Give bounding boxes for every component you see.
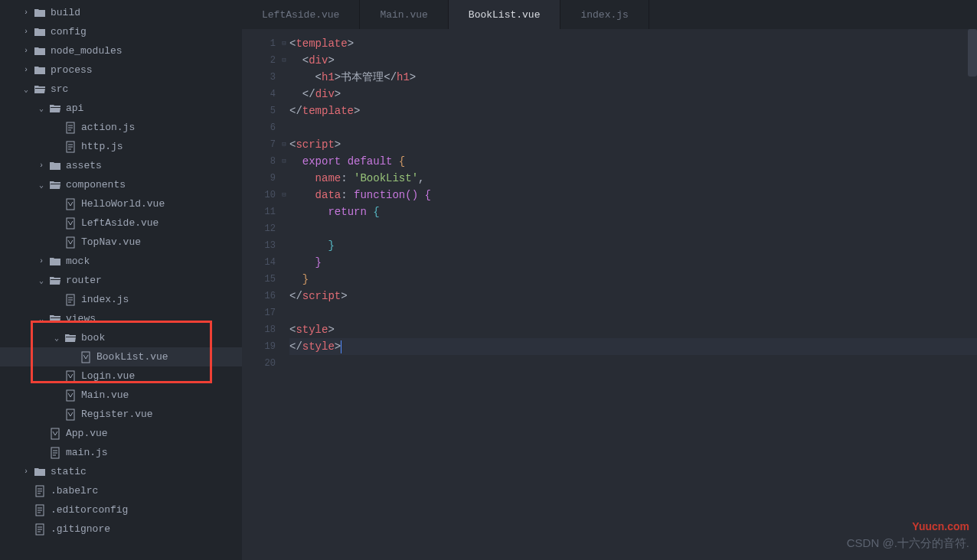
tree-item-book[interactable]: ⌄book xyxy=(0,328,242,347)
code-line[interactable] xyxy=(289,355,977,372)
editor-scrollbar[interactable] xyxy=(968,29,977,77)
code-line[interactable]: export default { xyxy=(289,153,977,170)
code-line[interactable]: </div> xyxy=(289,86,977,103)
tree-item-build[interactable]: ›build xyxy=(0,3,242,22)
tree-item-login-vue[interactable]: Login.vue xyxy=(0,366,242,386)
tree-item-label: src xyxy=(51,83,68,95)
code-line[interactable]: <div> xyxy=(289,52,977,69)
tree-item-index-js[interactable]: index.js xyxy=(0,290,242,309)
tree-item-http-js[interactable]: http.js xyxy=(0,137,242,156)
tree-item-process[interactable]: ›process xyxy=(0,60,242,80)
folder-open-icon xyxy=(49,275,61,287)
file-icon xyxy=(64,294,77,306)
code-line[interactable]: return { xyxy=(289,203,977,220)
tree-item-label: index.js xyxy=(81,294,129,305)
code-line[interactable]: } xyxy=(289,237,977,254)
tree-item-leftaside-vue[interactable]: LeftAside.vue xyxy=(0,213,242,233)
tree-item-config[interactable]: ›config xyxy=(0,22,242,41)
tree-item-node_modules[interactable]: ›node_modules xyxy=(0,41,242,60)
chevron-icon[interactable]: › xyxy=(21,47,31,55)
tab-main-vue[interactable]: Main.vue xyxy=(360,0,448,29)
tab-leftaside-vue[interactable]: LeftAside.vue xyxy=(242,0,360,29)
chevron-icon[interactable]: › xyxy=(21,467,31,476)
file-icon xyxy=(34,523,46,536)
code-line[interactable]: name: 'BookList', xyxy=(289,170,977,187)
tree-item-label: assets xyxy=(66,160,102,171)
code-content[interactable]: <template> <div> <h1>书本管理</h1> </div></t… xyxy=(289,29,977,560)
code-line[interactable] xyxy=(289,119,977,136)
code-line[interactable]: } xyxy=(289,254,977,271)
vue-icon xyxy=(49,428,61,440)
chevron-icon[interactable]: › xyxy=(21,28,31,36)
chevron-icon[interactable]: › xyxy=(37,161,46,170)
chevron-icon[interactable]: ⌄ xyxy=(21,85,31,94)
folder-open-icon xyxy=(49,313,61,325)
tree-item-topnav-vue[interactable]: TopNav.vue xyxy=(0,233,242,252)
tree-item-src[interactable]: ⌄src xyxy=(0,80,242,99)
tree-item-booklist-vue[interactable]: BookList.vue xyxy=(0,347,242,366)
watermark-csdn: CSDN @.十六分的音符. xyxy=(847,536,969,551)
file-icon xyxy=(64,141,77,153)
tree-item--babelrc[interactable]: .babelrc xyxy=(0,481,242,500)
code-line[interactable]: data: function() { xyxy=(289,187,977,203)
code-line[interactable]: <template> xyxy=(289,35,977,52)
tree-item--editorconfig[interactable]: .editorconfig xyxy=(0,500,242,519)
tree-item-api[interactable]: ⌄api xyxy=(0,99,242,118)
code-line[interactable]: </script> xyxy=(289,288,977,304)
vue-icon xyxy=(64,389,77,402)
tree-item-assets[interactable]: ›assets xyxy=(0,156,242,175)
folder-open-icon xyxy=(49,179,61,191)
folder-icon xyxy=(34,45,46,57)
tree-item-label: Login.vue xyxy=(81,370,135,382)
tree-item-label: components xyxy=(66,179,126,190)
tree-item-label: http.js xyxy=(81,141,123,152)
tree-item-label: .gitignore xyxy=(51,523,110,535)
chevron-icon[interactable]: ⌄ xyxy=(37,104,46,113)
tree-item-register-vue[interactable]: Register.vue xyxy=(0,405,242,424)
chevron-icon[interactable]: ⌄ xyxy=(37,276,46,285)
tree-item-views[interactable]: ⌄views xyxy=(0,309,242,328)
code-line[interactable]: } xyxy=(289,271,977,288)
chevron-icon[interactable]: › xyxy=(21,8,31,17)
svg-rect-10 xyxy=(51,428,59,439)
tree-item-app-vue[interactable]: App.vue xyxy=(0,424,242,443)
code-line[interactable] xyxy=(289,304,977,321)
tree-item-label: Main.vue xyxy=(81,389,129,401)
tree-item--gitignore[interactable]: .gitignore xyxy=(0,519,242,539)
tree-item-label: book xyxy=(81,332,105,343)
tree-item-components[interactable]: ⌄components xyxy=(0,175,242,194)
chevron-icon[interactable]: › xyxy=(21,66,31,74)
file-icon xyxy=(49,447,61,459)
tree-item-router[interactable]: ⌄router xyxy=(0,271,242,290)
tree-item-static[interactable]: ›static xyxy=(0,462,242,481)
fold-column[interactable]: ⊟⊟⊟⊟⊟ xyxy=(279,29,289,560)
code-line[interactable]: <script> xyxy=(289,136,977,153)
tree-item-label: main.js xyxy=(66,447,108,458)
tree-item-main-vue[interactable]: Main.vue xyxy=(0,386,242,405)
chevron-icon[interactable]: ⌄ xyxy=(52,334,61,343)
tab-index-js[interactable]: index.js xyxy=(560,0,649,29)
code-editor[interactable]: 1234567891011121314151617181920 ⊟⊟⊟⊟⊟ <t… xyxy=(242,29,977,560)
tree-item-helloworld-vue[interactable]: HelloWorld.vue xyxy=(0,194,242,213)
tab-booklist-vue[interactable]: BookList.vue xyxy=(449,0,561,29)
tree-item-action-js[interactable]: action.js xyxy=(0,118,242,137)
tree-item-mock[interactable]: ›mock xyxy=(0,252,242,271)
code-line[interactable]: <h1>书本管理</h1> xyxy=(289,69,977,86)
vue-icon xyxy=(64,236,77,249)
chevron-icon[interactable]: ⌄ xyxy=(37,181,46,190)
code-line[interactable]: </template> xyxy=(289,103,977,119)
folder-open-icon xyxy=(34,83,46,96)
file-explorer-sidebar[interactable]: ›build›config›node_modules›process⌄src⌄a… xyxy=(0,0,242,560)
folder-icon xyxy=(34,7,46,19)
chevron-icon[interactable]: ⌄ xyxy=(37,314,46,324)
code-line[interactable] xyxy=(289,220,977,237)
vue-icon xyxy=(64,409,77,421)
tree-item-main-js[interactable]: main.js xyxy=(0,443,242,462)
vue-icon xyxy=(64,217,77,230)
editor-area: LeftAside.vueMain.vueBookList.vueindex.j… xyxy=(242,0,977,560)
code-line[interactable]: </style> xyxy=(289,338,977,355)
tree-item-label: .editorconfig xyxy=(51,504,128,516)
code-line[interactable]: <style> xyxy=(289,321,977,338)
tree-item-label: api xyxy=(66,103,83,114)
chevron-icon[interactable]: › xyxy=(37,257,46,265)
